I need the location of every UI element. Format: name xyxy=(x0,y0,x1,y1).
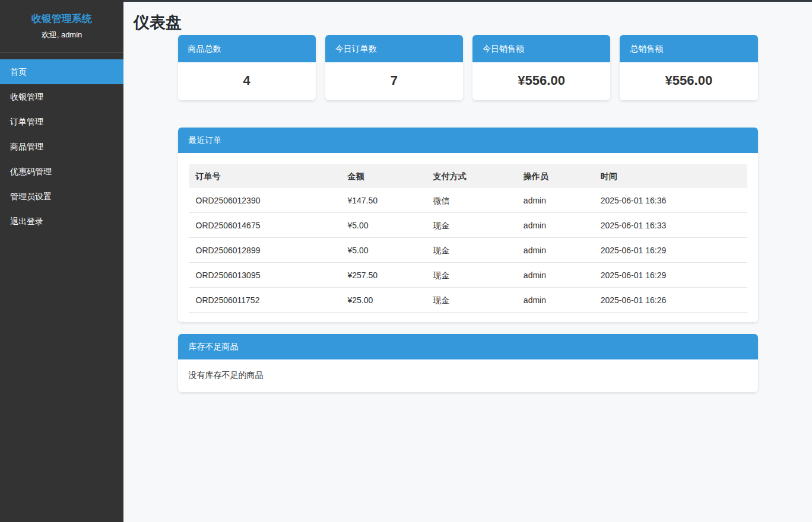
stat-card-total-products: 商品总数4 xyxy=(178,35,316,100)
sidebar-menu: 首页收银管理订单管理商品管理优惠码管理管理员设置退出登录 xyxy=(0,59,123,234)
operator-cell: admin xyxy=(516,238,594,263)
sidebar-item-logout[interactable]: 退出登录 xyxy=(0,209,123,234)
stat-card-label: 商品总数 xyxy=(178,35,316,62)
payment-method-cell: 现金 xyxy=(426,288,516,313)
sidebar-item-home[interactable]: 首页 xyxy=(0,59,123,84)
payment-method-cell: 现金 xyxy=(426,263,516,288)
payment-method-cell: 现金 xyxy=(426,238,516,263)
sidebar: 收银管理系统 欢迎, admin 首页收银管理订单管理商品管理优惠码管理管理员设… xyxy=(0,0,123,522)
order-row: ORD2506011752¥25.00现金admin2025-06-01 16:… xyxy=(189,288,747,313)
column-header: 操作员 xyxy=(516,164,594,188)
payment-method-cell: 现金 xyxy=(426,213,516,238)
stat-card-label: 今日销售额 xyxy=(472,35,610,62)
time-cell: 2025-06-01 16:29 xyxy=(594,263,747,288)
recent-orders-title: 最近订单 xyxy=(178,128,758,153)
stat-card-value: ¥556.00 xyxy=(620,62,757,100)
payment-method-cell: 微信 xyxy=(426,188,516,213)
amount-cell: ¥5.00 xyxy=(340,213,426,238)
recent-orders-table: 订单号金额支付方式操作员时间 ORD2506012390¥147.50微信adm… xyxy=(189,164,747,313)
recent-orders-panel: 最近订单 订单号金额支付方式操作员时间 ORD2506012390¥147.50… xyxy=(178,128,758,322)
sidebar-item-admin-settings[interactable]: 管理员设置 xyxy=(0,184,123,209)
order-row: ORD2506014675¥5.00现金admin2025-06-01 16:3… xyxy=(189,213,747,238)
order-id-cell: ORD2506013095 xyxy=(189,263,341,288)
low-stock-empty-message: 没有库存不足的商品 xyxy=(178,359,758,392)
operator-cell: admin xyxy=(516,213,594,238)
column-header: 金额 xyxy=(340,164,426,188)
operator-cell: admin xyxy=(516,263,594,288)
table-header-row: 订单号金额支付方式操作员时间 xyxy=(189,164,747,188)
column-header: 支付方式 xyxy=(426,164,516,188)
sidebar-item-orders[interactable]: 订单管理 xyxy=(0,109,123,134)
time-cell: 2025-06-01 16:33 xyxy=(594,213,747,238)
main-content: 仪表盘 商品总数4今日订单数7今日销售额¥556.00总销售额¥556.00 最… xyxy=(123,0,812,522)
order-row: ORD2506012899¥5.00现金admin2025-06-01 16:2… xyxy=(189,238,747,263)
sidebar-item-cashier[interactable]: 收银管理 xyxy=(0,84,123,109)
stat-card-label: 总销售额 xyxy=(620,35,757,62)
page-title: 仪表盘 xyxy=(134,14,812,31)
order-id-cell: ORD2506012390 xyxy=(189,188,341,213)
stat-card-total-sales: 总销售额¥556.00 xyxy=(620,35,757,100)
stat-card-value: ¥556.00 xyxy=(472,62,610,100)
stat-card-label: 今日订单数 xyxy=(325,35,463,62)
amount-cell: ¥5.00 xyxy=(340,238,426,263)
order-id-cell: ORD2506014675 xyxy=(189,213,341,238)
recent-orders-body: 订单号金额支付方式操作员时间 ORD2506012390¥147.50微信adm… xyxy=(178,153,758,322)
operator-cell: admin xyxy=(516,188,594,213)
operator-cell: admin xyxy=(516,288,594,313)
sidebar-item-coupons[interactable]: 优惠码管理 xyxy=(0,159,123,184)
amount-cell: ¥147.50 xyxy=(340,188,426,213)
amount-cell: ¥257.50 xyxy=(340,263,426,288)
column-header: 订单号 xyxy=(189,164,341,188)
time-cell: 2025-06-01 16:26 xyxy=(594,288,747,313)
stat-card-today-orders: 今日订单数7 xyxy=(325,35,463,100)
stat-card-value: 4 xyxy=(178,62,316,100)
time-cell: 2025-06-01 16:29 xyxy=(594,238,747,263)
app-title: 收银管理系统 xyxy=(6,12,118,26)
order-row: ORD2506013095¥257.50现金admin2025-06-01 16… xyxy=(189,263,747,288)
order-id-cell: ORD2506011752 xyxy=(189,288,341,313)
time-cell: 2025-06-01 16:36 xyxy=(594,188,747,213)
order-row: ORD2506012390¥147.50微信admin2025-06-01 16… xyxy=(189,188,747,213)
dashboard-container: 商品总数4今日订单数7今日销售额¥556.00总销售额¥556.00 最近订单 … xyxy=(178,35,758,392)
amount-cell: ¥25.00 xyxy=(340,288,426,313)
stat-card-value: 7 xyxy=(325,62,463,100)
sidebar-header: 收银管理系统 欢迎, admin xyxy=(0,0,123,53)
stat-card-today-sales: 今日销售额¥556.00 xyxy=(472,35,610,100)
sidebar-item-products[interactable]: 商品管理 xyxy=(0,134,123,159)
stats-row: 商品总数4今日订单数7今日销售额¥556.00总销售额¥556.00 xyxy=(178,35,758,100)
welcome-text: 欢迎, admin xyxy=(6,30,118,40)
order-id-cell: ORD2506012899 xyxy=(189,238,341,263)
low-stock-panel: 库存不足商品 没有库存不足的商品 xyxy=(178,334,758,392)
top-strip xyxy=(123,0,812,2)
column-header: 时间 xyxy=(594,164,747,188)
low-stock-title: 库存不足商品 xyxy=(178,334,758,359)
